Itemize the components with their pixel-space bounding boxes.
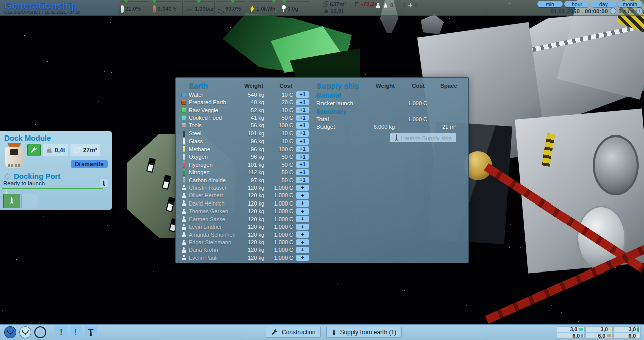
resource-icon [183,130,185,137]
add-item-button[interactable]: +1 [296,107,309,113]
resource-name: Daria Krohn [189,247,235,253]
add-item-button[interactable]: + [296,239,309,246]
dish-view-button[interactable] [19,326,31,338]
dish-view-button-active[interactable] [4,326,16,338]
resource-name: Prepared Earth [189,99,235,105]
resource-cost: 50 C [267,169,295,175]
resource-name: Carbon dioxide [189,177,235,183]
rate-indicator: 6,0 [613,333,641,339]
add-item-button[interactable]: +1 [296,91,309,98]
gauge-value: 21,0% [125,6,141,12]
col-cost: Cost [402,83,434,89]
docked-supply-ship-slot[interactable] [3,194,20,208]
add-item-button[interactable]: +1 [296,154,309,160]
co2-tank-icon [153,5,156,13]
empty-dock-slot[interactable] [21,194,38,208]
rate-resource-icon [637,334,639,338]
launch-supply-ship-button[interactable]: Launch Supply ship [390,133,456,142]
gauge-range-bar [216,1,245,2]
add-item-button[interactable]: + [296,185,309,191]
resource-icon [183,154,185,160]
rocket-launch-cost: 1.000 C [402,100,434,106]
resource-icon [181,115,186,120]
construction-button[interactable]: Construction [266,327,321,338]
resource-cost: 10 C [267,130,295,137]
resource-weight: 120 kg [236,200,266,207]
weight-bag-icon [46,147,53,153]
add-item-button[interactable]: +1 [296,115,309,121]
total-cost: 1.000 C [402,116,434,122]
add-item-button[interactable]: +1 [296,130,309,137]
app-version: 0.52.2-SNAPSHOT - 18.05.2021 - 07:50 [4,10,114,15]
supply-item-row: Hydrogen 101 kg 50 C +1 [180,161,309,168]
resource-cost: 1.000 C [267,200,295,207]
station-stats: 637m³ -79,2m 12,6t 0 1 0 [316,0,442,15]
resource-name: Oxygen [189,154,235,160]
supply-item-row: Evelin Pauli 120 kg 1.000 C + [180,254,309,261]
circle-view-button[interactable] [34,326,46,338]
gauge-value: 1,00bar [195,6,214,12]
rate-indicator: 6,0 [585,333,613,339]
production-rates: 3,0 3,0 3,0 6,0 [557,326,641,339]
dismantle-button[interactable]: Dismantle [71,160,108,168]
repair-wrench-button[interactable] [27,144,41,156]
add-item-button[interactable]: +1 [296,138,309,145]
time-scale-button[interactable]: day [591,1,616,7]
speed-value: 1 s / s [618,8,634,14]
red-alert-button[interactable]: ! [55,326,67,338]
resource-name: Glass [189,138,235,144]
add-item-button[interactable]: +1 [296,177,309,183]
rate-value: 6,0 [598,333,605,339]
time-scale-button[interactable]: month [617,1,643,7]
antenna-module [421,14,444,34]
add-item-button[interactable]: + [296,224,309,230]
pressure-gauge-icon [185,6,193,12]
speed-increase-button[interactable]: + [636,8,643,14]
add-item-button[interactable]: + [296,200,309,207]
resource-cost: 20 C [267,99,295,105]
rocket-icon [332,329,336,336]
resource-cost: 1.000 C [267,224,295,230]
time-scale-button[interactable]: min [537,1,563,7]
add-item-button[interactable]: +1 [296,122,309,129]
resource-cost: 1.000 C [267,216,295,222]
resource-name: Nitrogen [189,169,235,175]
add-item-button[interactable]: + [296,192,309,199]
add-item-button[interactable]: + [296,216,309,222]
gauge-gravity: 0,0g [279,0,311,15]
dock-module-panel: Dock Module 0,4t 27m³ Dismantle Docking … [0,131,112,210]
resource-icon [181,209,187,214]
add-item-button[interactable]: +1 [296,146,309,153]
yellow-alert-button[interactable]: ! [70,326,82,338]
resource-icon [183,146,185,152]
gauge-value: 1,0kWh [256,6,276,12]
port-rocket-button[interactable] [100,179,108,187]
wrench-icon [30,146,38,154]
rocket-count: 1 [402,2,405,8]
speed-decrease-button[interactable]: − [610,8,616,14]
supply-item-row: Cooked Food 41 kg 50 C +1 [180,114,309,121]
time-scale-button[interactable]: hour [564,1,590,7]
mast-button[interactable] [85,326,97,338]
dock-module-image [3,143,25,170]
supply-item-row: Tools 56 kg 100 C +1 [180,122,309,129]
add-item-button[interactable]: +1 [296,161,309,168]
add-item-button[interactable]: +1 [296,169,309,176]
budget-label: Budget [316,124,369,130]
resource-cost: 100 C [267,146,295,152]
add-item-button[interactable]: + [296,231,309,238]
add-item-button[interactable]: +1 [296,99,309,106]
add-item-button[interactable]: + [296,208,309,215]
resource-weight: 40 kg [236,99,266,105]
resource-cost: 1.000 C [267,255,295,261]
supply-from-earth-button[interactable]: Supply from earth (1) [326,327,402,338]
add-item-button[interactable]: + [296,247,309,253]
add-item-button[interactable]: + [296,255,309,261]
supply-item-row: Thomas Gerken 120 kg 1.000 C + [180,208,309,215]
station-mass: 12,6t [323,8,343,14]
col-weight: Weight [236,83,266,89]
rate-value: 3,0 [570,326,577,332]
resource-cost: 1.000 C [267,247,295,253]
launch-progress-bar [2,188,103,189]
gauge-range-bar [152,1,181,2]
